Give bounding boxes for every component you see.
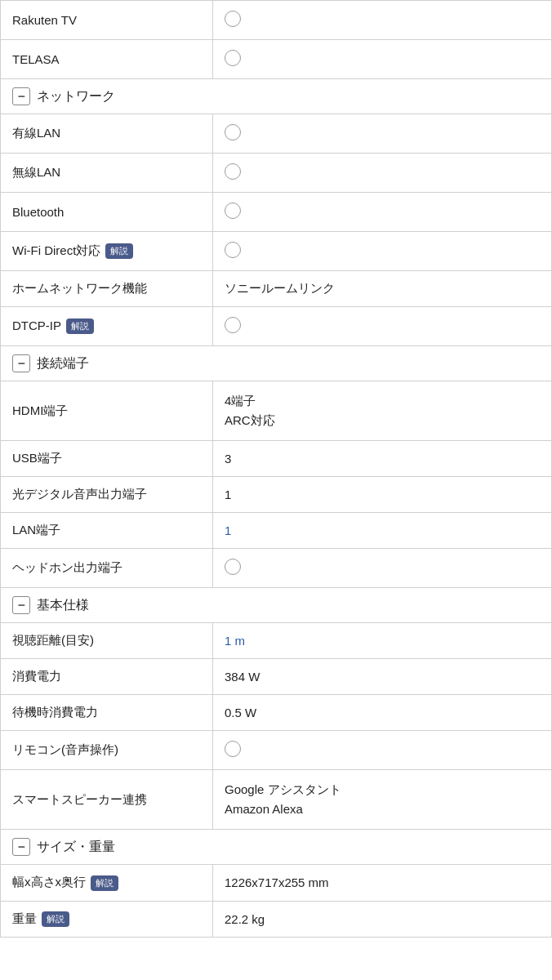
row-label-17: 消費電力 xyxy=(1,659,213,695)
label-text-8: DTCP-IP xyxy=(12,318,61,332)
circle-icon-6 xyxy=(225,242,241,258)
circle-icon-8 xyxy=(225,317,241,333)
row-label-7: ホームネットワーク機能 xyxy=(1,271,213,307)
label-text-23: 重量 xyxy=(12,911,37,925)
row-label-20: スマートスピーカー連携 xyxy=(1,770,213,830)
badge-23[interactable]: 解説 xyxy=(42,911,69,927)
row-value-7: ソニールームリンク xyxy=(213,271,552,307)
row-value-8 xyxy=(213,307,552,346)
label-text-12: 光デジタル音声出力端子 xyxy=(12,487,147,501)
label-text-13: LAN端子 xyxy=(12,523,60,537)
row-value-1 xyxy=(213,40,552,79)
label-text-18: 待機時消費電力 xyxy=(12,705,98,719)
row-label-1: TELASA xyxy=(1,40,213,79)
circle-icon-3 xyxy=(225,124,241,140)
circle-icon-14 xyxy=(225,559,241,575)
row-value-16: 1 m xyxy=(213,623,552,659)
row-label-6: Wi-Fi Direct対応解説 xyxy=(1,232,213,271)
label-text-16: 視聴距離(目安) xyxy=(12,633,94,647)
row-value-0 xyxy=(213,1,552,40)
row-value-12: 1 xyxy=(213,477,552,513)
row-label-0: Rakuten TV xyxy=(1,1,213,40)
badge-6[interactable]: 解説 xyxy=(105,243,133,259)
badge-8[interactable]: 解説 xyxy=(66,318,94,334)
row-value-20: Google アシスタントAmazon Alexa xyxy=(213,770,552,830)
section-header-label-15: 基本仕様 xyxy=(37,597,89,614)
row-value-14 xyxy=(213,549,552,588)
value-text-12: 1 xyxy=(225,488,231,501)
section-header-2: － ネットワーク xyxy=(1,79,552,114)
section-header-label-2: ネットワーク xyxy=(37,88,115,105)
specs-table: Rakuten TVTELASA － ネットワーク 有線LAN無線LANBlue… xyxy=(0,0,552,938)
row-value-22: 1226x717x255 mm xyxy=(213,865,552,902)
circle-icon-5 xyxy=(225,203,241,219)
collapse-btn-2[interactable]: － xyxy=(12,87,30,105)
value-text-13: 1 xyxy=(225,523,231,537)
row-label-10: HDMI端子 xyxy=(1,381,213,441)
collapse-btn-9[interactable]: － xyxy=(12,354,30,372)
row-value-18: 0.5 W xyxy=(213,695,552,731)
value-text-16: 1 m xyxy=(225,634,245,648)
collapse-btn-15[interactable]: － xyxy=(12,596,30,614)
label-text-0: Rakuten TV xyxy=(12,13,77,27)
row-value-11: 3 xyxy=(213,441,552,477)
label-text-22: 幅x高さx奥行 xyxy=(12,875,86,889)
row-value-17: 384 W xyxy=(213,659,552,695)
label-text-19: リモコン(音声操作) xyxy=(12,742,118,756)
row-value-19 xyxy=(213,731,552,770)
row-label-23: 重量解説 xyxy=(1,901,213,938)
value-text-18: 0.5 W xyxy=(225,706,256,719)
row-label-16: 視聴距離(目安) xyxy=(1,623,213,659)
value-text-7: ソニールームリンク xyxy=(225,281,335,295)
value-text-22: 1226x717x255 mm xyxy=(225,875,329,889)
row-value-5 xyxy=(213,193,552,232)
label-text-17: 消費電力 xyxy=(12,669,61,683)
row-label-8: DTCP-IP解説 xyxy=(1,307,213,346)
row-label-11: USB端子 xyxy=(1,441,213,477)
row-label-13: LAN端子 xyxy=(1,513,213,549)
label-text-10: HDMI端子 xyxy=(12,403,68,417)
section-header-label-21: サイズ・重量 xyxy=(37,839,115,856)
label-text-7: ホームネットワーク機能 xyxy=(12,281,147,295)
row-value-4 xyxy=(213,154,552,193)
section-header-9: － 接続端子 xyxy=(1,346,552,381)
label-text-6: Wi-Fi Direct対応 xyxy=(12,243,100,257)
row-label-3: 有線LAN xyxy=(1,114,213,154)
label-text-4: 無線LAN xyxy=(12,165,60,179)
value-text-20: Google アシスタントAmazon Alexa xyxy=(225,782,341,816)
circle-icon-19 xyxy=(225,741,241,757)
collapse-btn-21[interactable]: － xyxy=(12,838,30,856)
label-text-11: USB端子 xyxy=(12,451,62,465)
value-text-17: 384 W xyxy=(225,670,260,684)
row-value-23: 22.2 kg xyxy=(213,901,552,938)
label-text-20: スマートスピーカー連携 xyxy=(12,792,147,806)
value-text-23: 22.2 kg xyxy=(225,912,265,926)
row-value-13: 1 xyxy=(213,513,552,549)
circle-icon-0 xyxy=(225,11,241,27)
value-text-11: 3 xyxy=(225,452,231,466)
section-header-label-9: 接続端子 xyxy=(37,355,89,372)
label-text-14: ヘッドホン出力端子 xyxy=(12,560,122,574)
label-text-5: Bluetooth xyxy=(12,205,64,219)
row-value-10: 4端子ARC対応 xyxy=(213,381,552,441)
row-label-5: Bluetooth xyxy=(1,193,213,232)
section-header-15: － 基本仕様 xyxy=(1,588,552,623)
row-label-18: 待機時消費電力 xyxy=(1,695,213,731)
label-text-3: 有線LAN xyxy=(12,126,60,140)
row-label-22: 幅x高さx奥行解説 xyxy=(1,865,213,902)
row-label-4: 無線LAN xyxy=(1,154,213,193)
section-header-21: － サイズ・重量 xyxy=(1,830,552,865)
label-text-1: TELASA xyxy=(12,52,60,66)
circle-icon-1 xyxy=(225,50,241,66)
row-label-12: 光デジタル音声出力端子 xyxy=(1,477,213,513)
row-label-14: ヘッドホン出力端子 xyxy=(1,549,213,588)
row-value-6 xyxy=(213,232,552,271)
row-value-3 xyxy=(213,114,552,154)
circle-icon-4 xyxy=(225,163,241,180)
value-text-10: 4端子ARC対応 xyxy=(225,394,275,427)
badge-22[interactable]: 解説 xyxy=(91,875,118,891)
row-label-19: リモコン(音声操作) xyxy=(1,731,213,770)
